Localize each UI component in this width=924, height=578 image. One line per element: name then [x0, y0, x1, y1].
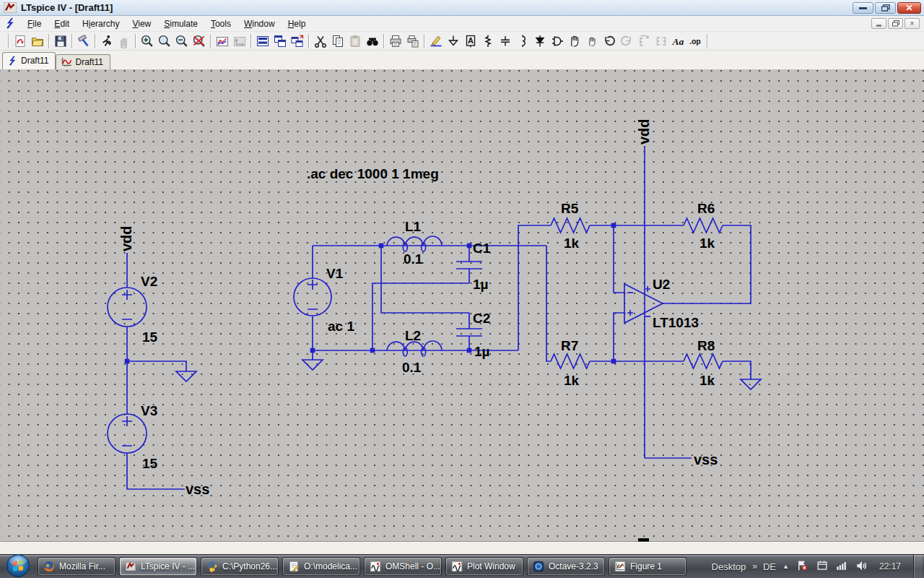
- autorange-icon: [215, 34, 230, 48]
- taskbar-item-label: C:\Python26...: [222, 561, 277, 571]
- open-button[interactable]: [29, 33, 46, 49]
- action-center-flag-icon[interactable]: [796, 558, 809, 574]
- language-indicator[interactable]: DE: [763, 561, 776, 572]
- inductor-button[interactable]: [514, 33, 531, 49]
- halt-button[interactable]: [116, 33, 133, 49]
- schematic-doc-icon[interactable]: [4, 17, 17, 30]
- zoom-out-button[interactable]: [173, 33, 191, 49]
- tab-waveform-draft11[interactable]: Draft11: [56, 54, 110, 69]
- restore-button[interactable]: [875, 2, 896, 14]
- gadget-window-icon[interactable]: [816, 559, 829, 574]
- resistor-r5[interactable]: R5 1k: [551, 201, 590, 251]
- drag-button[interactable]: [583, 33, 601, 49]
- menu-window[interactable]: Window: [237, 17, 282, 31]
- taskbar-item-1[interactable]: Mozilla Fir...: [38, 557, 116, 576]
- component-button[interactable]: [549, 33, 566, 49]
- rotate-button[interactable]: [635, 33, 653, 49]
- taskbar-item-4[interactable]: O:\modelica...: [282, 557, 360, 576]
- spice-directive-button[interactable]: .op: [687, 33, 705, 49]
- mdi-restore-button[interactable]: [888, 18, 903, 29]
- voltage-source-v2[interactable]: V2 15: [108, 274, 158, 345]
- cascade-button[interactable]: [289, 33, 306, 49]
- taskbar-clock[interactable]: 22:17: [879, 561, 901, 571]
- text-icon: Aa: [671, 34, 686, 48]
- inductor-l2[interactable]: L2 0.1: [387, 328, 442, 375]
- start-button[interactable]: [6, 553, 30, 578]
- taskbar-item-5[interactable]: OMShell - O...: [364, 557, 442, 576]
- taskbar-item-2[interactable]: LTspice IV - ...: [119, 557, 197, 576]
- net-label-vss-left[interactable]: vss: [186, 481, 209, 497]
- undo-button[interactable]: [601, 33, 618, 49]
- menu-edit[interactable]: Edit: [48, 17, 76, 31]
- redo-button[interactable]: [618, 33, 635, 49]
- network-signal-icon[interactable]: [835, 559, 848, 574]
- voltage-source-v3[interactable]: V3 15: [108, 403, 158, 471]
- move-button[interactable]: [566, 33, 583, 49]
- taskbar-item-7[interactable]: Octave-3.2.3: [527, 557, 605, 576]
- menu-tools[interactable]: Tools: [204, 17, 237, 31]
- capacitor-c1[interactable]: C1 1µ: [456, 241, 491, 292]
- zoom-undo-button[interactable]: [191, 33, 208, 49]
- print-button[interactable]: [387, 33, 404, 49]
- menu-file[interactable]: File: [21, 17, 48, 31]
- zoom-full-button[interactable]: [156, 33, 173, 49]
- mdi-minimize-button[interactable]: [871, 18, 886, 29]
- move-icon: [567, 34, 582, 48]
- cut-button[interactable]: [312, 33, 329, 49]
- menu-simulate[interactable]: Simulate: [157, 17, 204, 31]
- text-button[interactable]: Aa: [670, 33, 687, 49]
- resistor-r7[interactable]: R7 1k: [551, 338, 590, 388]
- close-button[interactable]: ✕: [897, 2, 921, 14]
- copy-button[interactable]: [329, 33, 346, 49]
- new-schematic-button[interactable]: [12, 33, 29, 49]
- print-setup-icon: [406, 34, 420, 48]
- paste-icon: [348, 34, 362, 48]
- taskbar-item-3[interactable]: C:\Python26...: [201, 557, 279, 576]
- voltage-source-v1[interactable]: V1 ac 1: [294, 266, 354, 334]
- show-hidden-icons-button[interactable]: ▲: [783, 563, 789, 570]
- label-net-button[interactable]: A: [462, 33, 479, 49]
- inductor-l1[interactable]: L1 0.1: [387, 219, 442, 267]
- ground-symbols[interactable]: [176, 350, 761, 389]
- paste-button[interactable]: [346, 33, 364, 49]
- volume-icon[interactable]: [855, 559, 868, 574]
- capacitor-button[interactable]: [497, 33, 514, 49]
- chevron-expand-icon[interactable]: »: [752, 561, 757, 571]
- find-button[interactable]: [364, 33, 381, 49]
- zoom-in-button[interactable]: [139, 33, 156, 49]
- mirror-button[interactable]: [653, 33, 670, 49]
- save-button[interactable]: [52, 33, 69, 49]
- plot-settings-button[interactable]: [231, 33, 248, 49]
- control-panel-button[interactable]: [75, 33, 92, 49]
- wire-button[interactable]: [427, 33, 445, 49]
- tile-horizontal-button[interactable]: [254, 33, 271, 49]
- ground-button[interactable]: [445, 33, 462, 49]
- resistor-button[interactable]: [479, 33, 497, 49]
- spice-directive-text[interactable]: .ac dec 1000 1 1meg: [307, 166, 439, 181]
- tab-schematic-draft11[interactable]: Draft11: [2, 52, 56, 69]
- print-setup-button[interactable]: [404, 33, 422, 49]
- net-label-vdd-left[interactable]: vdd: [118, 225, 134, 251]
- diode-button[interactable]: [531, 33, 549, 49]
- taskbar-item-label: OMShell - O...: [385, 561, 440, 571]
- taskbar-item-6[interactable]: Plot Window: [445, 557, 523, 576]
- net-label-vdd-right[interactable]: vdd: [636, 118, 652, 144]
- resistor-r8[interactable]: R8 1k: [684, 338, 723, 388]
- autorange-button[interactable]: [214, 33, 231, 49]
- capacitor-c2[interactable]: C2 1µ: [456, 311, 490, 359]
- mdi-close-button[interactable]: ×: [905, 18, 920, 29]
- tile-vertical-button[interactable]: [271, 33, 289, 49]
- desktop-toolbar-label[interactable]: Desktop: [712, 561, 746, 572]
- resistor-r6[interactable]: R6 1k: [684, 201, 723, 251]
- menu-hierarchy[interactable]: Hierarchy: [76, 17, 126, 31]
- minimize-button[interactable]: [853, 2, 873, 14]
- toolbar-separator: [95, 34, 96, 48]
- run-button[interactable]: [98, 33, 116, 49]
- net-label-vss-right[interactable]: vss: [694, 452, 718, 467]
- menu-view[interactable]: View: [126, 17, 157, 31]
- taskbar-item-8[interactable]: Figure 1: [609, 557, 687, 576]
- show-desktop-button[interactable]: [913, 555, 923, 578]
- menu-help[interactable]: Help: [282, 17, 313, 31]
- schematic-canvas[interactable]: .ac dec 1000 1 1meg: [0, 69, 924, 542]
- tile-vertical-icon: [273, 34, 287, 48]
